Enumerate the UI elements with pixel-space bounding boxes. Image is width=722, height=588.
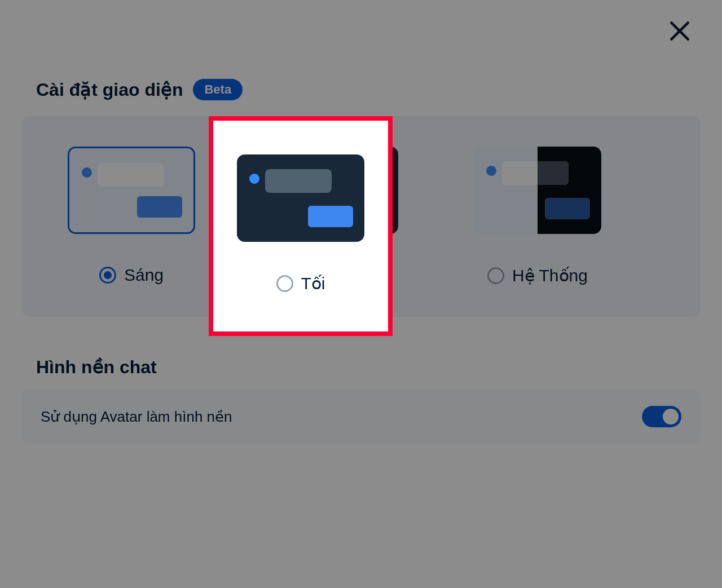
close-icon bbox=[667, 19, 692, 46]
background-section-title: Hình nền chat bbox=[19, 356, 703, 389]
theme-preview-light bbox=[68, 147, 195, 234]
section-title: Cài đặt giao diện bbox=[36, 79, 183, 100]
beta-badge: Beta bbox=[193, 79, 243, 100]
theme-preview-dark bbox=[237, 154, 364, 242]
theme-option-light[interactable]: Sáng bbox=[55, 147, 208, 285]
avatar-background-row: Sử dụng Avatar làm hình nền bbox=[21, 389, 701, 444]
theme-label: Hệ Thống bbox=[512, 266, 588, 285]
theme-preview-system bbox=[474, 147, 601, 234]
avatar-toggle[interactable] bbox=[642, 406, 681, 427]
radio-icon[interactable] bbox=[276, 275, 293, 292]
theme-label: Tối bbox=[301, 273, 325, 293]
theme-option-system[interactable]: Hệ Thống bbox=[461, 147, 614, 285]
theme-radio-row-system: Hệ Thống bbox=[487, 266, 588, 285]
theme-radio-row-light: Sáng bbox=[99, 266, 164, 285]
theme-label: Sáng bbox=[124, 266, 164, 285]
close-button[interactable] bbox=[664, 17, 695, 47]
theme-radio-row-dark: Tối bbox=[276, 273, 325, 293]
avatar-toggle-label: Sử dụng Avatar làm hình nền bbox=[41, 408, 232, 426]
radio-icon[interactable] bbox=[99, 267, 116, 284]
radio-icon[interactable] bbox=[487, 267, 504, 284]
section-header: Cài đặt giao diện Beta bbox=[19, 79, 703, 116]
highlighted-theme-option-dark[interactable]: Tối bbox=[213, 121, 388, 331]
